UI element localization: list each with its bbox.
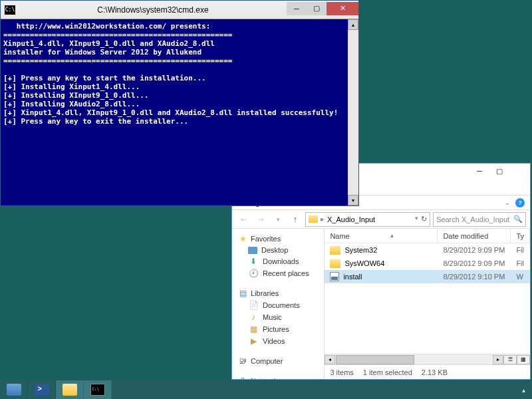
search-input[interactable]: Search X_Audio_Input 🔍: [433, 212, 526, 227]
recent-icon: 🕘: [248, 269, 259, 278]
scroll-thumb[interactable]: [336, 355, 414, 364]
videos-icon: ▶: [248, 336, 259, 346]
nav-music[interactable]: ♪Music: [235, 311, 321, 323]
file-list: System32 8/29/2012 9:09 PM Fil SysWOW64 …: [325, 243, 530, 354]
nav-dropdown-button[interactable]: ▾: [271, 212, 285, 227]
column-headers: Name▲ Date modified Ty: [325, 229, 530, 243]
star-icon: ★: [237, 234, 248, 243]
scroll-up-button[interactable]: ▴: [348, 19, 358, 30]
pictures-icon: ▦: [248, 325, 259, 334]
cmd-body[interactable]: http://www.win2012workstation.com/ prese…: [1, 19, 358, 205]
column-date[interactable]: Date modified: [438, 229, 511, 243]
taskbar-explorer[interactable]: [56, 380, 84, 399]
documents-icon: 📄: [248, 301, 259, 310]
cmd-icon: C:\: [5, 5, 15, 15]
nav-back-button[interactable]: ←: [236, 212, 251, 227]
cmd-window: C:\ C:\Windows\system32\cmd.exe ─ ▢ ✕ ht…: [0, 0, 359, 206]
batch-file-icon: [330, 272, 339, 281]
table-row[interactable]: System32 8/29/2012 9:09 PM Fil: [325, 243, 530, 257]
nav-desktop[interactable]: Desktop: [235, 245, 321, 255]
nav-recent[interactable]: 🕘Recent places: [235, 267, 321, 279]
file-list-pane: Name▲ Date modified Ty System32 8/29/201…: [325, 229, 530, 379]
taskbar-show-desktop[interactable]: ▴: [515, 380, 532, 399]
libraries-icon: ▤: [237, 289, 248, 298]
nav-videos[interactable]: ▶Videos: [235, 335, 321, 347]
help-icon[interactable]: ?: [515, 198, 525, 207]
folder-icon: [330, 246, 340, 255]
network-icon: 🖧: [237, 376, 248, 379]
cmd-titlebar[interactable]: C:\ C:\Windows\system32\cmd.exe ─ ▢ ✕: [1, 1, 358, 19]
scroll-right-button[interactable]: ▸: [493, 355, 503, 364]
nav-pictures[interactable]: ▦Pictures: [235, 323, 321, 335]
taskbar-cmd[interactable]: [84, 380, 112, 399]
powershell-icon: [35, 384, 49, 396]
cmd-output: http://www.win2012workstation.com/ prese…: [1, 19, 358, 128]
minimize-button[interactable]: ─: [287, 2, 307, 15]
music-icon: ♪: [248, 313, 259, 322]
maximize-button[interactable]: ▢: [307, 2, 327, 15]
explorer-icon: [63, 384, 77, 396]
nav-computer[interactable]: 🖳Computer: [235, 355, 321, 367]
address-bar-row: ← → ▾ ↑ ▸ X_Audio_Input ▾ ↻ Search X_Aud…: [232, 210, 530, 229]
folder-icon: [309, 215, 318, 223]
cmd-taskbar-icon: [90, 384, 105, 396]
nav-downloads[interactable]: ⬇Downloads: [235, 255, 321, 267]
search-icon: 🔍: [513, 215, 523, 223]
folder-icon: [330, 259, 340, 268]
status-selected: 1 item selected: [363, 368, 412, 376]
address-bar[interactable]: ▸ X_Audio_Input ▾ ↻: [305, 212, 430, 227]
nav-favorites[interactable]: ★Favorites: [235, 233, 321, 245]
ribbon-expand-icon[interactable]: ⌄: [505, 199, 510, 206]
horizontal-scrollbar[interactable]: ◂ ▸ ☰ ▦: [325, 354, 530, 364]
breadcrumb[interactable]: X_Audio_Input: [327, 215, 375, 223]
column-type[interactable]: Ty: [511, 229, 530, 243]
table-row[interactable]: SysWOW64 8/29/2012 9:09 PM Fil: [325, 257, 530, 270]
minimize-button[interactable]: ─: [470, 164, 489, 178]
nav-forward-button[interactable]: →: [253, 212, 268, 227]
scroll-left-button[interactable]: ◂: [325, 355, 335, 364]
close-button[interactable]: ✕: [510, 164, 529, 178]
taskbar-powershell[interactable]: [28, 380, 56, 399]
nav-documents[interactable]: 📄Documents: [235, 299, 321, 311]
status-item-count: 3 items: [330, 368, 353, 376]
table-row[interactable]: install 8/29/2012 9:10 PM W: [325, 270, 530, 283]
status-bar: 3 items 1 item selected 2.13 KB: [325, 364, 530, 379]
status-size: 2.13 KB: [422, 368, 448, 376]
computer-icon: 🖳: [237, 356, 248, 366]
address-dropdown-icon[interactable]: ▾: [415, 215, 418, 223]
cmd-title: C:\Windows\system32\cmd.exe: [19, 5, 287, 15]
nav-network[interactable]: 🖧Network: [235, 375, 321, 379]
downloads-icon: ⬇: [248, 257, 259, 266]
close-button[interactable]: ✕: [327, 2, 358, 15]
cmd-scrollbar[interactable]: ▴ ▾: [348, 19, 358, 205]
taskbar-server-manager[interactable]: [0, 380, 28, 399]
scroll-down-button[interactable]: ▾: [348, 195, 358, 205]
refresh-icon[interactable]: ↻: [421, 215, 427, 223]
desktop-icon: [248, 247, 257, 254]
view-icons-button[interactable]: ▦: [517, 355, 530, 364]
column-name[interactable]: Name▲: [325, 229, 438, 243]
taskbar: ▴: [0, 380, 532, 399]
sort-asc-icon: ▲: [390, 233, 395, 239]
navigation-pane: ★Favorites Desktop ⬇Downloads 🕘Recent pl…: [232, 229, 325, 379]
view-details-button[interactable]: ☰: [503, 355, 517, 364]
server-manager-icon: [7, 384, 21, 396]
maximize-button[interactable]: ▢: [490, 164, 509, 178]
nav-libraries[interactable]: ▤Libraries: [235, 287, 321, 299]
search-placeholder: Search X_Audio_Input: [436, 215, 509, 223]
scroll-track[interactable]: [336, 355, 492, 364]
breadcrumb-sep: ▸: [321, 215, 325, 223]
nav-up-button[interactable]: ↑: [288, 212, 303, 227]
